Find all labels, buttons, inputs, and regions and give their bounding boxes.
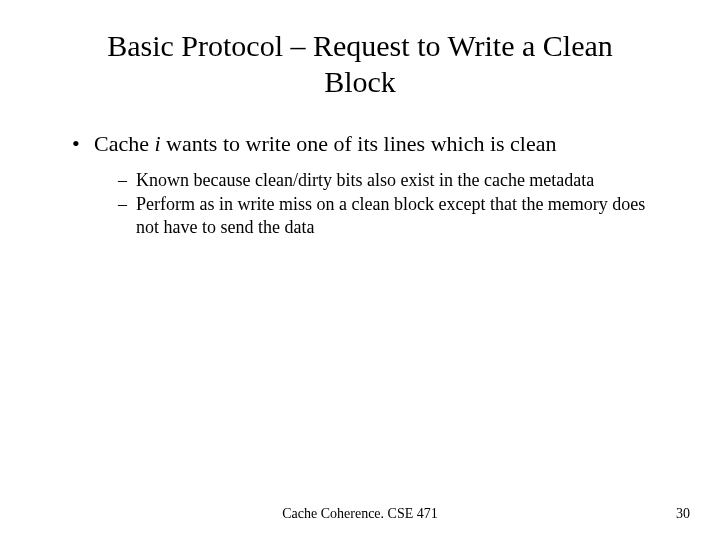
sub-bullet-text: Known because clean/dirty bits also exis… <box>136 170 594 190</box>
bullet-level2: – Known because clean/dirty bits also ex… <box>118 169 660 192</box>
bullet-text-post: wants to write one of its lines which is… <box>161 131 557 156</box>
sub-bullet-text: Perform as in write miss on a clean bloc… <box>136 194 645 237</box>
dash-icon: – <box>118 169 127 192</box>
sub-bullets: – Known because clean/dirty bits also ex… <box>72 167 660 239</box>
bullet-dot-icon: • <box>72 130 80 159</box>
bullet-level1: • Cache i wants to write one of its line… <box>72 130 660 159</box>
slide-body: • Cache i wants to write one of its line… <box>0 100 720 238</box>
slide: Basic Protocol – Request to Write a Clea… <box>0 0 720 540</box>
footer-center: Cache Coherence. CSE 471 <box>0 506 720 522</box>
slide-title: Basic Protocol – Request to Write a Clea… <box>0 0 720 100</box>
dash-icon: – <box>118 193 127 216</box>
bullet-level2: – Perform as in write miss on a clean bl… <box>118 193 660 238</box>
bullet-text-pre: Cache <box>94 131 154 156</box>
slide-number: 30 <box>676 506 690 522</box>
